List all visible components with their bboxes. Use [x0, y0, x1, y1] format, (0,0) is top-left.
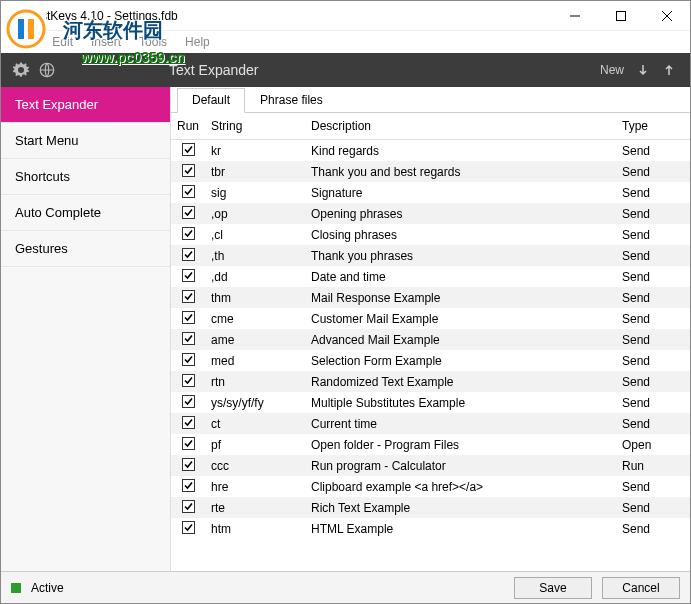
menu-insert[interactable]: Insert — [83, 33, 129, 51]
cell-type: Send — [616, 476, 690, 497]
cell-string: ,op — [205, 203, 305, 224]
expander-table: Run String Description Type krKind regar… — [171, 113, 690, 539]
cell-string: rte — [205, 497, 305, 518]
cell-string: med — [205, 350, 305, 371]
new-button[interactable]: New — [600, 63, 624, 77]
cell-string: ,dd — [205, 266, 305, 287]
menu-tools[interactable]: Tools — [131, 33, 175, 51]
gear-icon[interactable] — [9, 58, 33, 82]
save-button[interactable]: Save — [514, 577, 592, 599]
run-checkbox[interactable] — [182, 458, 195, 471]
statusbar: Active Save Cancel — [1, 571, 690, 603]
col-string[interactable]: String — [205, 113, 305, 140]
run-checkbox[interactable] — [182, 395, 195, 408]
run-checkbox[interactable] — [182, 227, 195, 240]
run-checkbox[interactable] — [182, 353, 195, 366]
run-checkbox[interactable] — [182, 374, 195, 387]
run-checkbox[interactable] — [182, 248, 195, 261]
menu-help[interactable]: Help — [177, 33, 218, 51]
table-row[interactable]: cccRun program - CalculatorRun — [171, 455, 690, 476]
table-row[interactable]: ys/sy/yf/fyMultiple Substitutes ExampleS… — [171, 392, 690, 413]
run-checkbox[interactable] — [182, 290, 195, 303]
table-row[interactable]: sigSignatureSend — [171, 182, 690, 203]
cell-type: Run — [616, 455, 690, 476]
cell-description: Rich Text Example — [305, 497, 616, 518]
cell-type: Open — [616, 434, 690, 455]
run-checkbox[interactable] — [182, 332, 195, 345]
table-row[interactable]: ,clClosing phrasesSend — [171, 224, 690, 245]
table-row[interactable]: ,opOpening phrasesSend — [171, 203, 690, 224]
cell-string: hre — [205, 476, 305, 497]
cell-type: Send — [616, 413, 690, 434]
cell-type: Send — [616, 350, 690, 371]
cell-string: pf — [205, 434, 305, 455]
cell-description: Open folder - Program Files — [305, 434, 616, 455]
run-checkbox[interactable] — [182, 521, 195, 534]
run-checkbox[interactable] — [182, 206, 195, 219]
cell-type: Send — [616, 497, 690, 518]
sidebar-item-gestures[interactable]: Gestures — [1, 231, 170, 267]
cell-description: Signature — [305, 182, 616, 203]
cell-description: Advanced Mail Example — [305, 329, 616, 350]
cell-type: Send — [616, 224, 690, 245]
maximize-button[interactable] — [598, 1, 644, 31]
sidebar-item-shortcuts[interactable]: Shortcuts — [1, 159, 170, 195]
sidebar-item-auto-complete[interactable]: Auto Complete — [1, 195, 170, 231]
table-row[interactable]: rteRich Text ExampleSend — [171, 497, 690, 518]
arrow-up-icon[interactable] — [662, 63, 676, 77]
tab-default[interactable]: Default — [177, 88, 245, 113]
col-run[interactable]: Run — [171, 113, 205, 140]
table-row[interactable]: ctCurrent timeSend — [171, 413, 690, 434]
window-title: FastKeys 4.10 - Settings.fdb — [27, 9, 178, 23]
run-checkbox[interactable] — [182, 479, 195, 492]
globe-icon[interactable] — [35, 58, 59, 82]
sidebar-item-text-expander[interactable]: Text Expander — [1, 87, 170, 123]
run-checkbox[interactable] — [182, 185, 195, 198]
run-checkbox[interactable] — [182, 164, 195, 177]
cell-description: Multiple Substitutes Example — [305, 392, 616, 413]
run-checkbox[interactable] — [182, 500, 195, 513]
cell-description: Customer Mail Example — [305, 308, 616, 329]
cell-type: Send — [616, 287, 690, 308]
tab-phrase-files[interactable]: Phrase files — [245, 88, 338, 113]
arrow-down-icon[interactable] — [636, 63, 650, 77]
table-scroll[interactable]: Run String Description Type krKind regar… — [171, 113, 690, 571]
table-row[interactable]: ameAdvanced Mail ExampleSend — [171, 329, 690, 350]
col-description[interactable]: Description — [305, 113, 616, 140]
cell-string: ccc — [205, 455, 305, 476]
sidebar: Text ExpanderStart MenuShortcutsAuto Com… — [1, 87, 171, 571]
run-checkbox[interactable] — [182, 269, 195, 282]
table-row[interactable]: htmHTML ExampleSend — [171, 518, 690, 539]
cell-type: Send — [616, 182, 690, 203]
cancel-button[interactable]: Cancel — [602, 577, 680, 599]
cell-type: Send — [616, 371, 690, 392]
svg-rect-4 — [617, 11, 626, 20]
titlebar: FastKeys 4.10 - Settings.fdb — [1, 1, 690, 31]
table-row[interactable]: tbrThank you and best regardsSend — [171, 161, 690, 182]
cell-string: ys/sy/yf/fy — [205, 392, 305, 413]
table-row[interactable]: ,ddDate and timeSend — [171, 266, 690, 287]
cell-type: Send — [616, 392, 690, 413]
cell-description: Clipboard example <a href></a> — [305, 476, 616, 497]
run-checkbox[interactable] — [182, 416, 195, 429]
table-row[interactable]: cmeCustomer Mail ExampleSend — [171, 308, 690, 329]
cell-string: htm — [205, 518, 305, 539]
menu-edit[interactable]: Edit — [44, 33, 81, 51]
table-row[interactable]: ,thThank you phrasesSend — [171, 245, 690, 266]
col-type[interactable]: Type — [616, 113, 690, 140]
cell-description: Date and time — [305, 266, 616, 287]
table-row[interactable]: pfOpen folder - Program FilesOpen — [171, 434, 690, 455]
sidebar-item-start-menu[interactable]: Start Menu — [1, 123, 170, 159]
cell-type: Send — [616, 518, 690, 539]
table-row[interactable]: rtnRandomized Text ExampleSend — [171, 371, 690, 392]
tabs: DefaultPhrase files — [171, 87, 690, 113]
run-checkbox[interactable] — [182, 437, 195, 450]
run-checkbox[interactable] — [182, 311, 195, 324]
close-button[interactable] — [644, 1, 690, 31]
run-checkbox[interactable] — [182, 143, 195, 156]
table-row[interactable]: hreClipboard example <a href></a>Send — [171, 476, 690, 497]
table-row[interactable]: medSelection Form ExampleSend — [171, 350, 690, 371]
minimize-button[interactable] — [552, 1, 598, 31]
table-row[interactable]: krKind regardsSend — [171, 140, 690, 162]
table-row[interactable]: thmMail Response ExampleSend — [171, 287, 690, 308]
